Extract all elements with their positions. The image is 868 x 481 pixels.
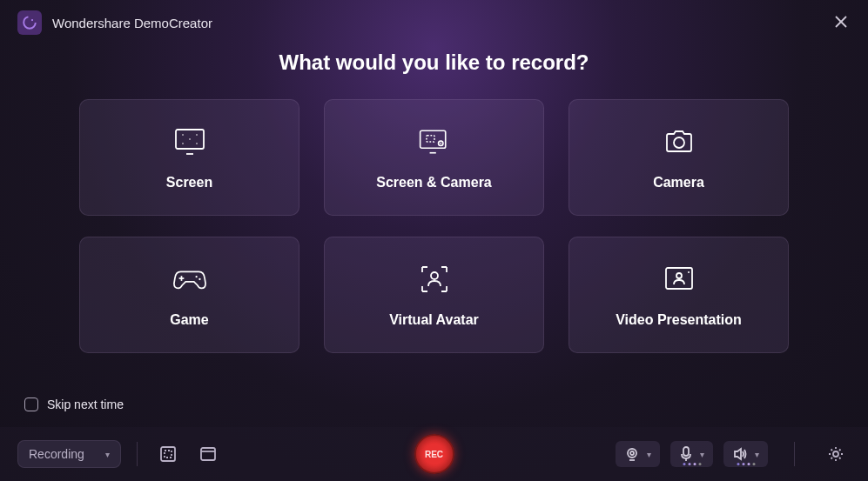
svg-point-15 [440, 143, 441, 144]
skip-checkbox[interactable] [24, 397, 38, 411]
video-presentation-icon [662, 262, 696, 297]
svg-rect-13 [426, 136, 434, 142]
card-camera[interactable]: Camera [569, 99, 789, 216]
settings-button[interactable] [821, 439, 851, 469]
camera-icon [662, 124, 696, 159]
card-video-presentation[interactable]: Video Presentation [569, 237, 789, 353]
svg-point-24 [688, 271, 690, 273]
chevron-down-icon: ▾ [700, 450, 704, 459]
window-select-button[interactable] [193, 439, 223, 469]
card-label: Video Presentation [616, 312, 742, 328]
screen-tools-group [153, 439, 223, 469]
svg-point-0 [24, 17, 36, 29]
svg-point-10 [189, 138, 191, 140]
card-label: Camera [653, 175, 704, 190]
svg-point-20 [198, 278, 200, 280]
webcam-toggle-button[interactable]: ▾ [616, 441, 660, 467]
svg-rect-26 [165, 451, 172, 458]
svg-point-29 [628, 449, 636, 458]
card-game[interactable]: Game [79, 237, 299, 353]
level-indicator [683, 463, 701, 465]
right-controls: ▾ ▾ ▾ [616, 439, 851, 469]
microphone-toggle-button[interactable]: ▾ [670, 441, 713, 467]
mode-dropdown-label: Recording [29, 447, 84, 461]
svg-rect-27 [201, 448, 215, 460]
bottom-toolbar: Recording ▾ REC ▾ ▾ ▾ [0, 427, 868, 481]
svg-point-1 [31, 19, 33, 21]
speaker-toggle-button[interactable]: ▾ [723, 441, 768, 467]
svg-point-21 [431, 272, 438, 279]
mode-dropdown[interactable]: Recording ▾ [17, 440, 121, 468]
title-bar: Wondershare DemoCreator [0, 0, 868, 42]
card-label: Game [170, 312, 208, 328]
divider [794, 442, 795, 466]
card-screen-camera[interactable]: Screen & Camera [324, 99, 544, 216]
card-virtual-avatar[interactable]: Virtual Avatar [324, 237, 544, 353]
game-icon [172, 262, 207, 297]
svg-point-19 [195, 276, 197, 277]
svg-point-23 [676, 273, 682, 278]
record-button-label: REC [425, 450, 443, 459]
card-label: Screen [166, 175, 212, 190]
record-button[interactable]: REC [414, 434, 454, 474]
card-label: Virtual Avatar [389, 312, 479, 328]
chevron-down-icon: ▾ [755, 450, 759, 459]
svg-point-9 [196, 143, 198, 144]
svg-point-30 [630, 451, 634, 455]
svg-point-8 [182, 143, 184, 144]
chevron-down-icon: ▾ [105, 450, 110, 459]
card-label: Screen & Camera [376, 175, 492, 190]
page-heading: What would you like to record? [0, 50, 868, 75]
level-indicator [737, 463, 755, 465]
svg-rect-25 [161, 447, 175, 461]
svg-point-6 [182, 134, 184, 136]
card-screen[interactable]: Screen [79, 99, 299, 216]
title-left: Wondershare DemoCreator [17, 10, 212, 35]
divider [137, 442, 138, 466]
app-logo-icon [17, 10, 42, 35]
close-button[interactable] [831, 12, 851, 34]
skip-label: Skip next time [47, 397, 124, 411]
svg-rect-32 [683, 447, 689, 456]
chevron-down-icon: ▾ [647, 450, 651, 459]
screen-icon [172, 124, 207, 159]
svg-point-7 [196, 134, 198, 136]
svg-point-16 [674, 137, 684, 148]
screen-camera-icon [417, 124, 452, 159]
record-options-grid: Screen Screen & Camera Camera Game Virtu… [0, 99, 868, 353]
app-title: Wondershare DemoCreator [52, 16, 212, 30]
virtual-avatar-icon [417, 262, 452, 297]
svg-point-34 [833, 451, 838, 457]
skip-next-time-row: Skip next time [24, 397, 124, 411]
crop-region-button[interactable] [153, 439, 183, 469]
